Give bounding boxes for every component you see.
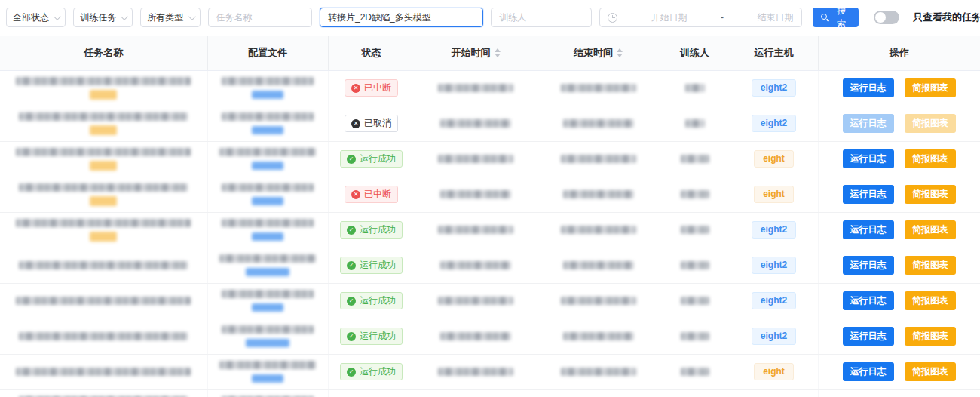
trainer-cell xyxy=(660,389,730,397)
start-time-cell xyxy=(415,248,537,283)
blurred-config-name xyxy=(222,325,314,334)
run-log-button[interactable]: 运行日志 xyxy=(843,78,894,97)
run-log-button[interactable]: 运行日志 xyxy=(843,149,894,168)
date-separator: - xyxy=(721,12,724,23)
table-row: ✓ 运行成功 eight 运行日志 简报图表 xyxy=(0,141,980,177)
host-cell: eight2 xyxy=(730,248,818,283)
table-header-row: 任务名称 配置文件 状态 开始时间 结束时间 训练人 运行主机 操作 xyxy=(0,36,980,70)
search-button-label: 搜索 xyxy=(832,5,850,30)
task-name-cell xyxy=(0,212,207,248)
config-link[interactable] xyxy=(252,162,283,170)
config-link[interactable] xyxy=(246,268,289,276)
run-log-button[interactable]: 运行日志 xyxy=(843,256,894,275)
report-chart-button[interactable]: 简报图表 xyxy=(905,256,956,275)
table-row: ✕ 已取消 eight2 运行日志 简报图表 xyxy=(0,106,980,141)
status-filter-value: 全部状态 xyxy=(13,11,49,24)
report-chart-button[interactable]: 简报图表 xyxy=(905,291,956,310)
blurred-end-time xyxy=(563,332,634,340)
run-log-button[interactable]: 运行日志 xyxy=(843,220,894,239)
run-log-button[interactable]: 运行日志 xyxy=(843,291,894,310)
config-link[interactable] xyxy=(252,91,283,99)
config-link[interactable] xyxy=(252,374,283,383)
blurred-start-time xyxy=(438,368,513,376)
task-name-input[interactable]: 任务名称 xyxy=(208,8,312,27)
date-range-picker[interactable]: 开始日期 - 结束日期 xyxy=(599,8,802,27)
status-icon: ✕ xyxy=(351,190,360,199)
status-icon: ✕ xyxy=(351,84,360,93)
blurred-config-name xyxy=(219,254,316,263)
filter-bar: 全部状态 训练任务 所有类型 任务名称 转接片_2D缺陷_多头模型 训练人 开始… xyxy=(6,8,980,27)
blurred-start-time xyxy=(440,190,511,198)
config-link[interactable] xyxy=(252,126,283,134)
config-link[interactable] xyxy=(252,197,283,205)
report-chart-button[interactable]: 简报图表 xyxy=(905,220,956,239)
actions-cell: 运行日志 简报图表 xyxy=(818,354,980,389)
report-chart-button[interactable]: 简报图表 xyxy=(905,185,956,204)
chevron-down-icon xyxy=(121,13,128,20)
host-tag: eight2 xyxy=(752,292,796,309)
actions-cell: 运行日志 简报图表 xyxy=(818,248,980,283)
trainer-cell xyxy=(660,248,730,283)
status-label: 运行成功 xyxy=(360,294,396,307)
trainer-cell xyxy=(660,70,730,106)
report-chart-button[interactable]: 简报图表 xyxy=(905,114,956,133)
config-link[interactable] xyxy=(246,339,289,347)
config-link[interactable] xyxy=(252,303,283,312)
status-icon: ✓ xyxy=(347,226,356,235)
blurred-task-name xyxy=(16,148,191,156)
run-log-button[interactable]: 运行日志 xyxy=(843,114,894,133)
report-chart-button[interactable]: 简报图表 xyxy=(905,327,956,346)
task-type-filter-select[interactable]: 训练任务 xyxy=(73,8,133,27)
config-link[interactable] xyxy=(252,232,283,241)
blurred-start-time xyxy=(438,155,513,163)
report-chart-button[interactable]: 简报图表 xyxy=(905,362,956,381)
end-time-cell xyxy=(537,319,660,354)
status-cell: ✓ 运行成功 xyxy=(328,141,415,177)
task-name-cell xyxy=(0,177,207,212)
report-chart-button[interactable]: 简报图表 xyxy=(905,149,956,168)
task-name-cell xyxy=(0,141,207,177)
blurred-end-time xyxy=(563,119,634,128)
status-badge: ✕ 已中断 xyxy=(345,79,398,97)
trainer-input[interactable]: 训练人 xyxy=(491,8,592,27)
my-tasks-toggle[interactable] xyxy=(874,11,899,24)
blurred-trainer xyxy=(681,190,709,198)
end-time-cell xyxy=(537,141,660,177)
host-tag: eight xyxy=(754,186,794,203)
host-tag: eight2 xyxy=(752,79,796,97)
run-log-button[interactable]: 运行日志 xyxy=(843,327,894,346)
blurred-config-name xyxy=(219,148,316,156)
model-name-input-focused[interactable]: 转接片_2D缺陷_多头模型 xyxy=(320,8,483,27)
status-label: 已中断 xyxy=(364,82,391,94)
blurred-trainer xyxy=(681,368,709,376)
col-header-config-file: 配置文件 xyxy=(207,36,328,70)
task-name-cell xyxy=(0,319,207,354)
task-name-cell xyxy=(0,70,207,106)
blurred-task-name xyxy=(19,261,188,269)
end-time-cell xyxy=(537,389,660,397)
sort-start-time-icon[interactable] xyxy=(495,48,501,57)
host-cell: eight2 xyxy=(730,70,818,106)
status-cell: ✕ 已中断 xyxy=(328,70,415,106)
status-label: 运行成功 xyxy=(360,152,396,165)
host-cell: eight2 xyxy=(730,283,818,319)
table-row: ✓ 运行成功 eight2 运行日志 简报图表 xyxy=(0,283,980,319)
run-log-button[interactable]: 运行日志 xyxy=(843,185,894,204)
status-cell: ✕ 已取消 xyxy=(328,106,415,141)
config-file-cell xyxy=(207,70,328,106)
host-tag: eight2 xyxy=(752,115,796,132)
status-filter-select[interactable]: 全部状态 xyxy=(6,8,66,27)
status-cell: ✓ 运行成功 xyxy=(328,283,415,319)
trainer-cell xyxy=(660,354,730,389)
task-name-cell xyxy=(0,354,207,389)
blurred-trainer xyxy=(685,84,705,92)
table-row: ✓ 运行成功 eight2 运行日志 简报图表 xyxy=(0,212,980,248)
report-chart-button[interactable]: 简报图表 xyxy=(905,78,956,97)
all-types-filter-select[interactable]: 所有类型 xyxy=(140,8,200,27)
actions-cell: 运行日志 简报图表 xyxy=(818,177,980,212)
search-button[interactable]: 搜索 xyxy=(813,8,859,27)
status-label: 运行成功 xyxy=(360,365,396,378)
run-log-button[interactable]: 运行日志 xyxy=(843,362,894,381)
sort-end-time-icon[interactable] xyxy=(617,48,623,57)
blurred-start-time xyxy=(438,84,513,92)
